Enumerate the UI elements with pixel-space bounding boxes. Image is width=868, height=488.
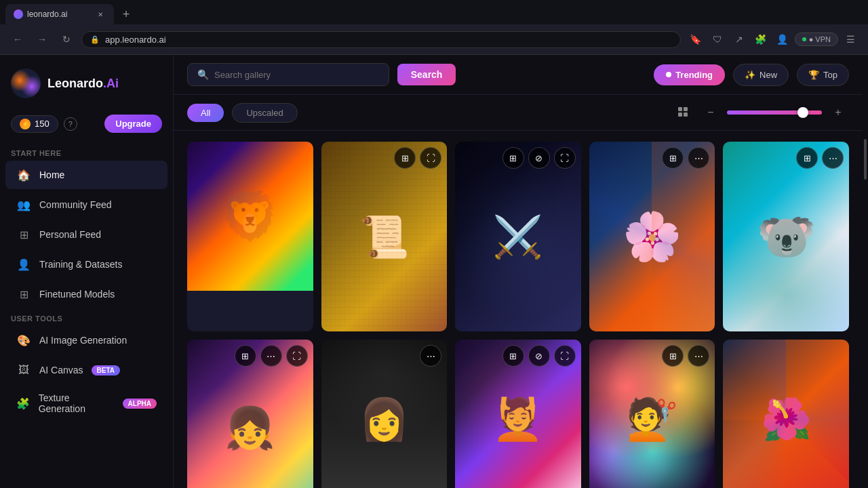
nav-bar: ← → ↻ 🔒 app.leonardo.ai 🔖 🛡 ↗ 🧩 👤 ● VPN … (0, 24, 868, 54)
gallery-item-flowers[interactable]: 🌸 ⊞ ⋯ (589, 142, 715, 331)
scrollbar[interactable] (863, 55, 868, 488)
upgrade-button[interactable]: Upgrade (104, 115, 162, 133)
no-button-warrior[interactable]: ⊘ (528, 147, 550, 169)
remix-button-anime[interactable]: ⊞ (235, 345, 256, 367)
sidebar-item-community-feed[interactable]: 👥 Community Feed (5, 190, 167, 219)
expand-button-anime[interactable]: ⛶ (286, 345, 308, 367)
top-label: Top (823, 70, 837, 80)
gallery-item-lion[interactable]: 🦁 (187, 142, 313, 331)
svg-rect-3 (684, 113, 688, 117)
dots-button-anime[interactable]: ⋯ (260, 345, 282, 367)
search-icon: 🔍 (197, 69, 209, 80)
beta-badge: BETA (92, 365, 120, 375)
filter-all-button[interactable]: All (187, 104, 224, 122)
gallery-item-colorful[interactable]: 💇 ⊞ ⋯ (589, 340, 715, 488)
zoom-out-button[interactable]: − (700, 102, 722, 123)
remix-button-pink[interactable]: ⊞ (502, 345, 524, 367)
texture-gen-label: Texture Generation (39, 392, 115, 414)
gallery-item-pink-hair[interactable]: 💆 ⊞ ⊘ ⛶ (455, 340, 581, 488)
new-tab-button[interactable]: + (117, 5, 136, 24)
tab-bar: leonardo.ai ✕ + (0, 0, 868, 24)
item-actions-anime: ⊞ ⋯ ⛶ (235, 345, 308, 367)
filter-upscaled-button[interactable]: Upscaled (232, 103, 297, 123)
expand-button-warrior[interactable]: ⛶ (554, 147, 576, 169)
gallery-item-dark-woman[interactable]: 👩 ⋯ (321, 340, 448, 488)
scrollbar-thumb[interactable] (864, 139, 867, 180)
active-tab[interactable]: leonardo.ai ✕ (5, 4, 114, 24)
ai-image-icon: 🎨 (16, 333, 31, 348)
filter-bar: All Upscaled − + (174, 95, 863, 131)
expand-button[interactable]: ⛶ (420, 147, 441, 169)
grid-view-button[interactable] (673, 102, 694, 123)
remix-button[interactable]: ⊞ (394, 147, 416, 169)
address-bar[interactable]: 🔒 app.leonardo.ai (81, 31, 681, 48)
credits-help-button[interactable]: ? (64, 117, 77, 131)
app-body: Leonardo.Ai ⚡ 150 ? Upgrade Start Here 🏠… (0, 55, 868, 488)
gallery-item-floral[interactable]: 🌺 (723, 340, 849, 488)
dots-button-colorful[interactable]: ⋯ (688, 345, 709, 367)
sidebar-item-ai-canvas[interactable]: 🖼 AI Canvas BETA (5, 356, 167, 384)
dots-button-dark[interactable]: ⋯ (420, 345, 441, 367)
top-bar: 🔍 Search Trending ✨ New 🏆 Top (174, 55, 863, 95)
vpn-dot (802, 37, 806, 41)
new-button[interactable]: ✨ New (733, 64, 789, 86)
personal-icon: ⊞ (16, 227, 31, 242)
browser-chrome: leonardo.ai ✕ + ← → ↻ 🔒 app.leonardo.ai … (0, 0, 868, 55)
trophy-icon: 🏆 (808, 70, 819, 80)
bookmark-button[interactable]: 🔖 (686, 30, 705, 49)
user-tools-label: User Tools (0, 309, 173, 325)
search-button[interactable]: Search (397, 64, 456, 85)
vpn-badge[interactable]: ● VPN (795, 33, 838, 46)
grid-controls: − + (673, 102, 849, 123)
zoom-in-button[interactable]: + (827, 102, 849, 123)
tab-label: leonardo.ai (27, 9, 67, 19)
sparkle-icon: ✨ (745, 70, 755, 80)
new-label: New (760, 70, 777, 80)
credits-badge: ⚡ 150 (11, 115, 58, 133)
gallery-item-warrior[interactable]: ⚔️ ⊞ ⊘ ⛶ (455, 142, 581, 331)
profile-button[interactable]: 👤 (773, 30, 792, 49)
gallery-item-anime[interactable]: 👧 ⊞ ⋯ ⛶ (187, 340, 313, 488)
menu-button[interactable]: ☰ (841, 30, 860, 49)
expand-button-pink[interactable]: ⛶ (554, 345, 576, 367)
forward-button[interactable]: → (33, 30, 52, 49)
share-button[interactable]: ↗ (730, 30, 749, 49)
remix-button-warrior[interactable]: ⊞ (502, 147, 524, 169)
gallery-item-koala[interactable]: 🐨 ⊞ ⋯ (723, 142, 849, 331)
main-content: 🔍 Search Trending ✨ New 🏆 Top All Upscal… (174, 55, 863, 488)
vpn-label: ● VPN (809, 35, 831, 43)
dots-button-flowers[interactable]: ⋯ (688, 147, 709, 169)
tab-close-button[interactable]: ✕ (95, 9, 106, 20)
top-button[interactable]: 🏆 Top (797, 64, 849, 86)
refresh-button[interactable]: ↻ (57, 30, 76, 49)
item-actions-flowers: ⊞ ⋯ (662, 147, 709, 169)
back-button[interactable]: ← (8, 30, 27, 49)
shield-button[interactable]: 🛡 (708, 30, 727, 49)
remix-button-flowers[interactable]: ⊞ (662, 147, 684, 169)
sidebar-item-ai-image[interactable]: 🎨 AI Image Generation (5, 326, 167, 354)
size-slider[interactable] (727, 110, 822, 115)
item-actions-koala: ⊞ ⋯ (796, 147, 844, 169)
remix-button-colorful[interactable]: ⊞ (662, 345, 684, 367)
search-input[interactable] (214, 70, 379, 80)
sidebar-item-training[interactable]: 👤 Training & Datasets (5, 250, 167, 279)
extensions-button[interactable]: 🧩 (751, 30, 770, 49)
trending-dot (666, 72, 671, 77)
credits-row: ⚡ 150 ? Upgrade (0, 109, 173, 144)
logo-avatar (11, 68, 41, 98)
no-button-pink[interactable]: ⊘ (528, 345, 550, 367)
ai-canvas-label: AI Canvas (39, 365, 83, 375)
community-feed-label: Community Feed (39, 199, 112, 210)
sidebar-item-finetuned[interactable]: ⊞ Finetuned Models (5, 280, 167, 308)
credits-icon: ⚡ (20, 119, 31, 129)
gallery-item-hieroglyph[interactable]: 📜 ⊞ ⛶ (321, 142, 448, 331)
sidebar-item-texture-gen[interactable]: 🧩 Texture Generation ALPHA (5, 386, 167, 421)
sidebar-item-home[interactable]: 🏠 Home (5, 161, 167, 189)
dots-button-koala[interactable]: ⋯ (822, 147, 844, 169)
sidebar-item-personal-feed[interactable]: ⊞ Personal Feed (5, 220, 167, 249)
remix-button-koala[interactable]: ⊞ (796, 147, 818, 169)
trending-button[interactable]: Trending (654, 64, 725, 85)
svg-rect-0 (678, 107, 682, 111)
sidebar-logo: Leonardo.Ai (0, 66, 173, 109)
lock-icon: 🔒 (90, 35, 100, 44)
